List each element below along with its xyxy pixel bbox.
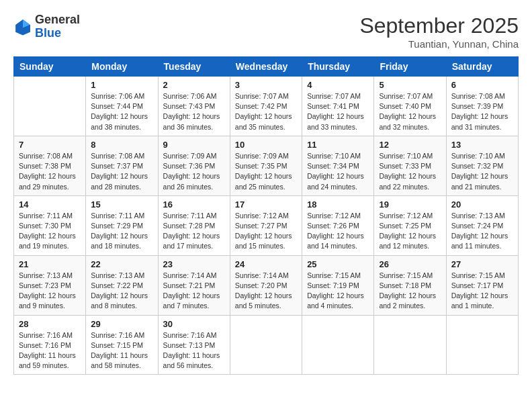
day-number: 24 bbox=[235, 259, 297, 269]
calendar-cell bbox=[446, 315, 518, 375]
day-info: Sunrise: 7:08 AM Sunset: 7:39 PM Dayligh… bbox=[451, 91, 513, 132]
day-info: Sunrise: 7:09 AM Sunset: 7:35 PM Dayligh… bbox=[235, 151, 297, 192]
week-row-2: 7Sunrise: 7:08 AM Sunset: 7:38 PM Daylig… bbox=[14, 136, 519, 195]
calendar-table: SundayMondayTuesdayWednesdayThursdayFrid… bbox=[13, 56, 519, 375]
calendar-cell: 12Sunrise: 7:10 AM Sunset: 7:33 PM Dayli… bbox=[374, 136, 446, 195]
day-number: 30 bbox=[163, 319, 225, 329]
day-info: Sunrise: 7:15 AM Sunset: 7:19 PM Dayligh… bbox=[307, 271, 369, 312]
calendar-cell bbox=[374, 315, 446, 375]
day-info: Sunrise: 7:15 AM Sunset: 7:18 PM Dayligh… bbox=[379, 271, 441, 312]
calendar-cell: 4Sunrise: 7:07 AM Sunset: 7:41 PM Daylig… bbox=[302, 77, 374, 136]
calendar-cell: 3Sunrise: 7:07 AM Sunset: 7:42 PM Daylig… bbox=[230, 77, 302, 136]
calendar-cell bbox=[14, 77, 86, 136]
calendar-cell: 5Sunrise: 7:07 AM Sunset: 7:40 PM Daylig… bbox=[374, 77, 446, 136]
day-number: 20 bbox=[451, 199, 513, 210]
day-info: Sunrise: 7:12 AM Sunset: 7:27 PM Dayligh… bbox=[235, 211, 297, 252]
location: Tuantian, Yunnan, China bbox=[359, 38, 519, 50]
day-info: Sunrise: 7:13 AM Sunset: 7:22 PM Dayligh… bbox=[91, 271, 152, 312]
title-block: September 2025 Tuantian, Yunnan, China bbox=[359, 13, 519, 50]
day-info: Sunrise: 7:15 AM Sunset: 7:17 PM Dayligh… bbox=[451, 271, 513, 312]
calendar-cell: 6Sunrise: 7:08 AM Sunset: 7:39 PM Daylig… bbox=[446, 77, 518, 136]
day-info: Sunrise: 7:11 AM Sunset: 7:28 PM Dayligh… bbox=[163, 211, 225, 252]
logo: General Blue bbox=[13, 13, 80, 40]
weekday-header-monday: Monday bbox=[86, 57, 158, 77]
calendar-cell: 20Sunrise: 7:13 AM Sunset: 7:24 PM Dayli… bbox=[446, 195, 518, 255]
calendar-cell: 11Sunrise: 7:10 AM Sunset: 7:34 PM Dayli… bbox=[302, 136, 374, 195]
week-row-5: 28Sunrise: 7:16 AM Sunset: 7:16 PM Dayli… bbox=[14, 315, 519, 375]
day-info: Sunrise: 7:12 AM Sunset: 7:25 PM Dayligh… bbox=[379, 211, 441, 252]
calendar-cell: 14Sunrise: 7:11 AM Sunset: 7:30 PM Dayli… bbox=[14, 195, 86, 255]
day-info: Sunrise: 7:14 AM Sunset: 7:20 PM Dayligh… bbox=[235, 271, 297, 312]
day-number: 27 bbox=[451, 259, 513, 269]
calendar-cell: 15Sunrise: 7:11 AM Sunset: 7:29 PM Dayli… bbox=[86, 195, 158, 255]
week-row-4: 21Sunrise: 7:13 AM Sunset: 7:23 PM Dayli… bbox=[14, 255, 519, 315]
page-header: General Blue September 2025 Tuantian, Yu… bbox=[13, 13, 519, 50]
day-info: Sunrise: 7:16 AM Sunset: 7:15 PM Dayligh… bbox=[91, 330, 152, 371]
calendar-cell: 28Sunrise: 7:16 AM Sunset: 7:16 PM Dayli… bbox=[14, 315, 86, 375]
day-info: Sunrise: 7:06 AM Sunset: 7:43 PM Dayligh… bbox=[163, 91, 225, 132]
day-info: Sunrise: 7:11 AM Sunset: 7:30 PM Dayligh… bbox=[19, 211, 81, 252]
calendar-cell: 7Sunrise: 7:08 AM Sunset: 7:38 PM Daylig… bbox=[14, 136, 86, 195]
day-number: 26 bbox=[379, 259, 441, 269]
day-number: 3 bbox=[235, 80, 297, 90]
day-number: 13 bbox=[451, 140, 513, 150]
calendar-cell: 8Sunrise: 7:08 AM Sunset: 7:37 PM Daylig… bbox=[86, 136, 158, 195]
calendar-cell: 26Sunrise: 7:15 AM Sunset: 7:18 PM Dayli… bbox=[374, 255, 446, 315]
day-info: Sunrise: 7:08 AM Sunset: 7:37 PM Dayligh… bbox=[91, 151, 152, 192]
day-number: 29 bbox=[91, 319, 152, 329]
day-info: Sunrise: 7:14 AM Sunset: 7:21 PM Dayligh… bbox=[163, 271, 225, 312]
day-number: 12 bbox=[379, 140, 441, 150]
weekday-header-friday: Friday bbox=[374, 57, 446, 77]
day-info: Sunrise: 7:16 AM Sunset: 7:13 PM Dayligh… bbox=[163, 330, 225, 371]
calendar-cell: 9Sunrise: 7:09 AM Sunset: 7:36 PM Daylig… bbox=[158, 136, 230, 195]
calendar-cell: 21Sunrise: 7:13 AM Sunset: 7:23 PM Dayli… bbox=[14, 255, 86, 315]
day-info: Sunrise: 7:10 AM Sunset: 7:32 PM Dayligh… bbox=[451, 151, 513, 192]
day-number: 14 bbox=[19, 199, 81, 210]
day-info: Sunrise: 7:13 AM Sunset: 7:23 PM Dayligh… bbox=[19, 271, 81, 312]
day-info: Sunrise: 7:09 AM Sunset: 7:36 PM Dayligh… bbox=[163, 151, 225, 192]
calendar-cell bbox=[302, 315, 374, 375]
weekday-header-sunday: Sunday bbox=[14, 57, 86, 77]
day-number: 11 bbox=[307, 140, 369, 150]
calendar-cell: 22Sunrise: 7:13 AM Sunset: 7:22 PM Dayli… bbox=[86, 255, 158, 315]
day-number: 8 bbox=[91, 140, 152, 150]
day-info: Sunrise: 7:10 AM Sunset: 7:34 PM Dayligh… bbox=[307, 151, 369, 192]
day-number: 18 bbox=[307, 199, 369, 210]
calendar-cell bbox=[230, 315, 302, 375]
day-number: 2 bbox=[163, 80, 225, 90]
calendar-cell: 24Sunrise: 7:14 AM Sunset: 7:20 PM Dayli… bbox=[230, 255, 302, 315]
calendar-cell: 1Sunrise: 7:06 AM Sunset: 7:44 PM Daylig… bbox=[86, 77, 158, 136]
calendar-cell: 30Sunrise: 7:16 AM Sunset: 7:13 PM Dayli… bbox=[158, 315, 230, 375]
day-info: Sunrise: 7:12 AM Sunset: 7:26 PM Dayligh… bbox=[307, 211, 369, 252]
day-info: Sunrise: 7:06 AM Sunset: 7:44 PM Dayligh… bbox=[91, 91, 152, 132]
day-info: Sunrise: 7:07 AM Sunset: 7:40 PM Dayligh… bbox=[379, 91, 441, 132]
logo-icon bbox=[13, 17, 32, 36]
calendar-cell: 29Sunrise: 7:16 AM Sunset: 7:15 PM Dayli… bbox=[86, 315, 158, 375]
day-number: 22 bbox=[91, 259, 152, 269]
weekday-header-tuesday: Tuesday bbox=[158, 57, 230, 77]
day-number: 5 bbox=[379, 80, 441, 90]
day-number: 16 bbox=[163, 199, 225, 210]
day-info: Sunrise: 7:08 AM Sunset: 7:38 PM Dayligh… bbox=[19, 151, 81, 192]
weekday-header-row: SundayMondayTuesdayWednesdayThursdayFrid… bbox=[14, 57, 519, 77]
weekday-header-saturday: Saturday bbox=[446, 57, 518, 77]
calendar-cell: 17Sunrise: 7:12 AM Sunset: 7:27 PM Dayli… bbox=[230, 195, 302, 255]
calendar-cell: 23Sunrise: 7:14 AM Sunset: 7:21 PM Dayli… bbox=[158, 255, 230, 315]
calendar-cell: 2Sunrise: 7:06 AM Sunset: 7:43 PM Daylig… bbox=[158, 77, 230, 136]
day-number: 4 bbox=[307, 80, 369, 90]
day-number: 6 bbox=[451, 80, 513, 90]
week-row-1: 1Sunrise: 7:06 AM Sunset: 7:44 PM Daylig… bbox=[14, 77, 519, 136]
calendar-cell: 25Sunrise: 7:15 AM Sunset: 7:19 PM Dayli… bbox=[302, 255, 374, 315]
calendar-cell: 16Sunrise: 7:11 AM Sunset: 7:28 PM Dayli… bbox=[158, 195, 230, 255]
logo-blue-text: Blue bbox=[35, 26, 61, 40]
day-number: 15 bbox=[91, 199, 152, 210]
day-number: 25 bbox=[307, 259, 369, 269]
weekday-header-thursday: Thursday bbox=[302, 57, 374, 77]
day-info: Sunrise: 7:11 AM Sunset: 7:29 PM Dayligh… bbox=[91, 211, 152, 252]
day-number: 1 bbox=[91, 80, 152, 90]
calendar-cell: 13Sunrise: 7:10 AM Sunset: 7:32 PM Dayli… bbox=[446, 136, 518, 195]
day-number: 7 bbox=[19, 140, 81, 150]
week-row-3: 14Sunrise: 7:11 AM Sunset: 7:30 PM Dayli… bbox=[14, 195, 519, 255]
calendar-cell: 10Sunrise: 7:09 AM Sunset: 7:35 PM Dayli… bbox=[230, 136, 302, 195]
day-info: Sunrise: 7:07 AM Sunset: 7:42 PM Dayligh… bbox=[235, 91, 297, 132]
